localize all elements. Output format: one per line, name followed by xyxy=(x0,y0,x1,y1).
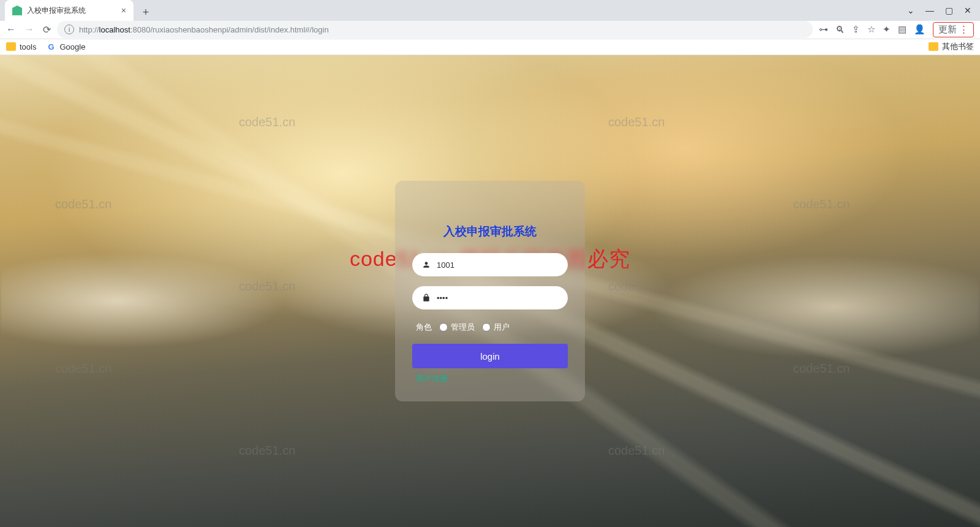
chevron-down-icon[interactable]: ⌄ xyxy=(907,6,914,15)
share-icon[interactable]: ⇪ xyxy=(852,24,860,35)
maximize-icon[interactable]: ▢ xyxy=(945,6,953,15)
folder-icon xyxy=(6,42,16,51)
site-info-icon[interactable]: i xyxy=(64,25,74,34)
role-radio-user[interactable] xyxy=(482,323,491,332)
menu-dots-icon: ⋮ xyxy=(959,24,968,35)
username-field[interactable] xyxy=(412,253,568,276)
vue-favicon-icon xyxy=(12,6,22,15)
profile-avatar-icon[interactable]: 👤 xyxy=(914,24,925,35)
back-icon[interactable]: ← xyxy=(6,24,16,35)
login-button[interactable]: login xyxy=(412,344,568,368)
page-background: code51.cn code51.cn code51.cn code51.cn … xyxy=(0,55,980,527)
address-bar-row: ← → ⟳ i http://localhost:8080/ruxiaoshen… xyxy=(0,21,980,39)
bookmark-other[interactable]: 其他书签 xyxy=(929,41,974,52)
bookmark-label: 其他书签 xyxy=(942,41,974,52)
nav-buttons: ← → ⟳ xyxy=(6,24,51,36)
role-row: 角色 管理员 用户 xyxy=(416,322,568,333)
side-panel-icon[interactable]: ▤ xyxy=(898,24,907,35)
url-text: http://localhost:8080/ruxiaoshenbaoshenp… xyxy=(79,25,329,34)
google-icon: G xyxy=(46,42,56,51)
toolbar-right: ⊶ 🔍︎ ⇪ ☆ ✦ ▤ 👤 更新 ⋮ xyxy=(819,22,974,37)
close-window-icon[interactable]: ✕ xyxy=(964,6,971,15)
new-tab-button[interactable]: + xyxy=(137,4,154,21)
role-user-label: 用户 xyxy=(494,322,510,333)
login-title: 入校申报审批系统 xyxy=(412,224,568,240)
minimize-icon[interactable]: — xyxy=(925,6,934,15)
role-option-admin[interactable]: 管理员 xyxy=(439,322,475,333)
tab-title: 入校申报审批系统 xyxy=(27,6,86,16)
update-label: 更新 xyxy=(938,24,957,36)
bookmark-tools[interactable]: tools xyxy=(6,42,36,51)
update-button[interactable]: 更新 ⋮ xyxy=(933,22,974,37)
role-radio-admin[interactable] xyxy=(439,323,448,332)
register-link[interactable]: 用户注册 xyxy=(412,373,568,384)
folder-icon xyxy=(929,42,938,51)
bookmark-google[interactable]: G Google xyxy=(46,42,85,51)
url-bar[interactable]: i http://localhost:8080/ruxiaoshenbaoshe… xyxy=(57,21,813,38)
bookmark-label: Google xyxy=(59,42,85,51)
lock-icon xyxy=(422,294,431,302)
user-icon xyxy=(422,260,431,269)
window-controls: ⌄ — ▢ ✕ xyxy=(899,0,980,21)
key-icon[interactable]: ⊶ xyxy=(819,24,828,35)
tab-bar: 入校申报审批系统 × + ⌄ — ▢ ✕ xyxy=(0,0,980,21)
login-panel: 入校申报审批系统 角色 管理员 用户 login 用户注册 xyxy=(395,181,585,401)
bookmark-star-icon[interactable]: ☆ xyxy=(867,24,875,35)
forward-icon[interactable]: → xyxy=(24,24,34,35)
browser-chrome: 入校申报审批系统 × + ⌄ — ▢ ✕ ← → ⟳ i http://loca… xyxy=(0,0,980,55)
browser-tab[interactable]: 入校申报审批系统 × xyxy=(5,0,134,21)
close-tab-icon[interactable]: × xyxy=(121,6,126,15)
role-option-user[interactable]: 用户 xyxy=(482,322,510,333)
role-admin-label: 管理员 xyxy=(451,322,475,333)
password-field[interactable] xyxy=(412,286,568,309)
extensions-icon[interactable]: ✦ xyxy=(883,24,891,35)
reload-icon[interactable]: ⟳ xyxy=(43,24,51,36)
role-label: 角色 xyxy=(416,322,432,333)
bookmark-label: tools xyxy=(20,42,36,51)
bookmarks-bar: tools G Google 其他书签 xyxy=(0,39,980,55)
zoom-icon[interactable]: 🔍︎ xyxy=(835,25,845,35)
password-input[interactable] xyxy=(437,294,558,303)
username-input[interactable] xyxy=(437,260,558,270)
